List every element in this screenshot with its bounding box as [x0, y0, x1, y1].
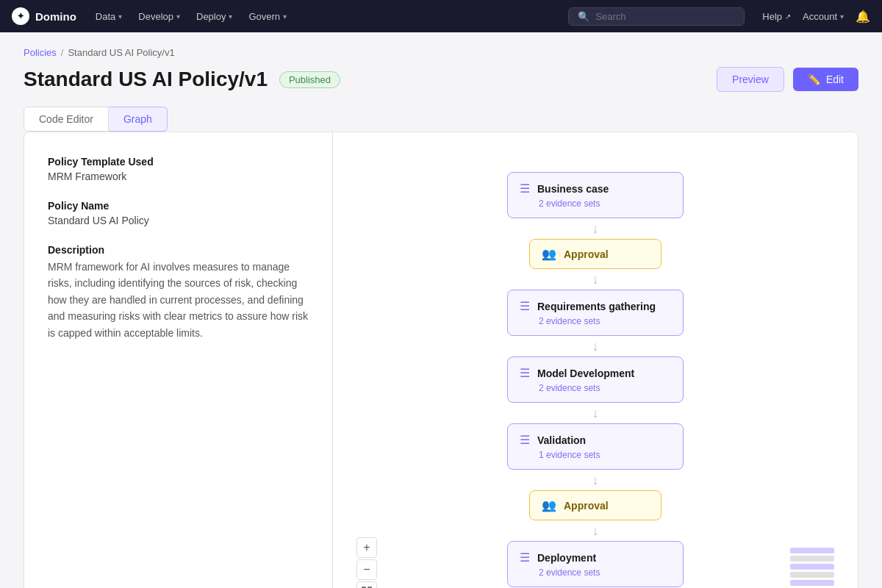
description-section: Description MRM framework for AI involve… [48, 244, 309, 341]
template-section: Policy Template Used MRM Framework [48, 156, 309, 182]
list-icon: ☰ [520, 433, 530, 447]
main-panel: Policy Template Used MRM Framework Polic… [24, 132, 858, 588]
minimap-row [790, 564, 834, 570]
description-value: MRM framework for AI involves measures t… [48, 259, 309, 341]
node-title: Validation [537, 434, 586, 446]
page-actions: Preview ✏️ Edit [717, 67, 858, 92]
right-panel: ☰ Business case 2 evidence sets ↓ 👥 Appr… [333, 132, 858, 588]
page-content: Policies / Standard US AI Policy/v1 Stan… [0, 32, 882, 588]
account-button[interactable]: Account ▾ [803, 11, 844, 22]
node-title: Business case [537, 183, 609, 195]
chevron-down-icon: ▾ [176, 12, 180, 21]
logo[interactable]: ✦ Domino [12, 7, 76, 25]
list-icon: ☰ [520, 299, 530, 313]
approval-title: Approval [564, 500, 609, 512]
flow-arrow: ↓ [592, 336, 599, 356]
nav-item-govern[interactable]: Govern ▾ [241, 8, 294, 25]
zoom-in-button[interactable]: + [356, 537, 377, 558]
preview-button[interactable]: Preview [717, 67, 784, 92]
tabs: Code Editor Graph [24, 107, 858, 132]
minimap-row [790, 556, 834, 562]
nav-item-develop[interactable]: Develop ▾ [131, 8, 187, 25]
list-icon: ☰ [520, 182, 530, 196]
minimap-row [790, 548, 834, 553]
navbar: ✦ Domino Data ▾ Develop ▾ Deploy ▾ Gover… [0, 0, 882, 32]
domino-logo-icon: ✦ [12, 7, 29, 25]
help-button[interactable]: Help ↗ [762, 11, 791, 22]
policy-name-label: Policy Name [48, 200, 309, 212]
left-panel: Policy Template Used MRM Framework Polic… [24, 132, 333, 588]
flow-arrow: ↓ [592, 218, 599, 239]
page-title: Standard US AI Policy/v1 [24, 68, 268, 91]
external-link-icon: ↗ [785, 12, 791, 21]
template-value: MRM Framework [48, 171, 309, 182]
edit-button[interactable]: ✏️ Edit [793, 68, 858, 91]
breadcrumb-current: Standard US AI Policy/v1 [68, 47, 174, 58]
nav-menu: Data ▾ Develop ▾ Deploy ▾ Govern ▾ [88, 8, 294, 25]
flow-node-requirements[interactable]: ☰ Requirements gathering 2 evidence sets [507, 290, 684, 336]
node-sub: 2 evidence sets [539, 316, 671, 326]
zoom-controls: + − [356, 537, 377, 588]
tab-code-editor[interactable]: Code Editor [24, 107, 109, 132]
search-input[interactable] [595, 11, 735, 22]
nav-item-data[interactable]: Data ▾ [88, 8, 129, 25]
chevron-down-icon: ▾ [118, 12, 122, 21]
people-icon: 👥 [542, 498, 556, 512]
list-icon: ☰ [520, 551, 530, 564]
notifications-button[interactable]: 🔔 [856, 10, 870, 24]
breadcrumb-policies-link[interactable]: Policies [24, 47, 57, 58]
flow-node-approval-1[interactable]: 👥 Approval [529, 239, 662, 269]
search-bar[interactable]: 🔍 [568, 7, 745, 26]
edit-icon: ✏️ [808, 74, 820, 85]
chevron-down-icon: ▾ [283, 12, 287, 21]
approval-title: Approval [564, 248, 609, 260]
people-icon: 👥 [542, 247, 556, 261]
flow-arrow: ↓ [592, 520, 599, 541]
template-label: Policy Template Used [48, 156, 309, 168]
node-sub: 1 evidence sets [539, 450, 671, 460]
breadcrumb: Policies / Standard US AI Policy/v1 [24, 47, 858, 58]
node-title: Model Development [537, 368, 634, 379]
status-badge: Published [279, 71, 340, 88]
breadcrumb-separator: / [61, 47, 64, 58]
flow-arrow: ↓ [592, 470, 599, 490]
minimap [790, 548, 834, 588]
page-title-area: Standard US AI Policy/v1 Published [24, 68, 340, 91]
nav-item-deploy[interactable]: Deploy ▾ [189, 8, 240, 25]
flow-node-approval-2[interactable]: 👥 Approval [529, 490, 662, 520]
node-sub: 2 evidence sets [539, 198, 671, 209]
node-title: Requirements gathering [537, 301, 656, 312]
fit-view-button[interactable] [356, 581, 377, 588]
flow-node-validation[interactable]: ☰ Validation 1 evidence sets [507, 423, 684, 470]
flow-node-business-case[interactable]: ☰ Business case 2 evidence sets [507, 172, 684, 218]
tab-graph[interactable]: Graph [109, 107, 168, 132]
flow-node-deployment[interactable]: ☰ Deployment 2 evidence sets [507, 541, 684, 587]
node-sub: 2 evidence sets [539, 383, 671, 393]
flow-node-model-development[interactable]: ☰ Model Development 2 evidence sets [507, 356, 684, 403]
flow-arrow: ↓ [592, 269, 599, 290]
flow-arrow: ↓ [592, 403, 599, 423]
flow-chart: ☰ Business case 2 evidence sets ↓ 👥 Appr… [507, 157, 684, 588]
policy-name-value: Standard US AI Policy [48, 215, 309, 226]
search-icon: 🔍 [578, 11, 589, 22]
chevron-down-icon: ▾ [229, 12, 232, 21]
chevron-down-icon: ▾ [840, 12, 844, 21]
description-label: Description [48, 244, 309, 256]
zoom-out-button[interactable]: − [356, 559, 377, 580]
list-icon: ☰ [520, 366, 530, 380]
nav-right: Help ↗ Account ▾ 🔔 [762, 10, 870, 24]
node-sub: 2 evidence sets [539, 567, 671, 578]
page-header: Standard US AI Policy/v1 Published Previ… [24, 67, 858, 92]
minimap-row [790, 572, 834, 578]
minimap-row [790, 580, 834, 586]
brand-name: Domino [35, 10, 76, 23]
policy-name-section: Policy Name Standard US AI Policy [48, 200, 309, 226]
node-title: Deployment [537, 552, 596, 564]
